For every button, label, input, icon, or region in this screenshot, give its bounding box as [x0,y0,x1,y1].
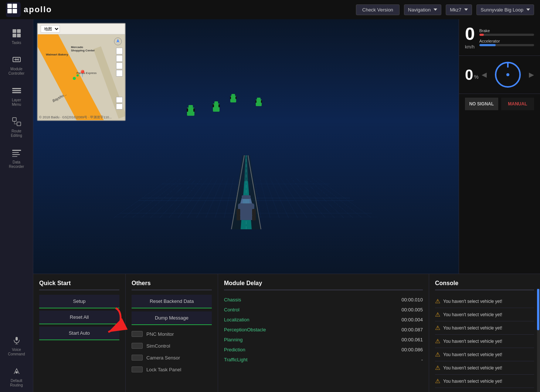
lock-task-panel-toggle[interactable]: Lock Task Panel [132,364,212,375]
sidebar-item-route-editing[interactable]: Route Editing [0,111,33,142]
sidebar-item-voice-command[interactable]: Voice Command [0,330,33,361]
chassis-label: Chassis [224,297,241,303]
sidebar-item-tasks[interactable]: Tasks [0,23,33,49]
svg-rect-50 [230,97,231,99]
steering-right-button[interactable]: ▶ [529,71,534,79]
quick-start-panel: Quick Start Setup Reset All Start Aut [33,274,126,392]
brake-gauge-row: Brake [479,28,534,36]
sidebar-bottom: Voice Command Default Routing [0,330,33,392]
delay-row-traffic-light: TrafficLight - [224,355,423,365]
console-msg-text-0: You haven't select vehicle yet! [443,299,502,304]
sidebar-item-default-routing[interactable]: Default Routing [0,361,33,392]
camera-sensor-toggle[interactable]: Camera Sensor [132,352,212,364]
sidebar-item-data-recorder[interactable]: Data Recorder [0,142,33,173]
planning-value: 00:00.061 [401,337,423,342]
control-value: 00:00.005 [401,307,423,312]
svg-rect-53 [189,105,193,108]
console-msg-2: ⚠ You haven't select vehicle yet! [435,321,534,335]
steering-left-button[interactable]: ◀ [482,71,487,79]
svg-rect-59 [261,100,262,103]
chassis-value: 00:00.010 [401,297,423,303]
svg-rect-46 [213,104,214,107]
traffic-light-value: - [421,357,423,362]
right-panel: 0 km/h Brake Accelerator [459,19,540,274]
console-panel: Console ⚠ You haven't select vehicle yet… [429,274,540,392]
console-msg-text-6: You haven't select vehicle yet! [443,379,502,384]
quick-start-title: Quick Start [39,280,119,290]
module-delay-panel: Module Delay Chassis 00:00.010 Control 0… [218,274,429,392]
console-msg-3: ⚠ You haven't select vehicle yet! [435,335,534,348]
start-auto-button[interactable]: Start Auto [39,327,119,340]
svg-rect-40 [237,209,240,216]
accelerator-gauge-row: Accelerator [479,39,534,46]
voice-command-label: Voice Command [8,348,25,356]
console-scroll-thumb[interactable] [537,289,539,330]
console-msg-text-5: You haven't select vehicle yet! [443,365,502,371]
delay-row-perception-obstacle: PerceptionObstacle 00:00.087 [224,325,423,335]
map-header: 地图 [38,24,125,34]
localization-value: 00:00.004 [401,317,423,322]
map-type-select[interactable]: 地图 [41,25,60,33]
sidebar-item-module-controller[interactable]: Module Controller [0,49,33,80]
navigation-dropdown-arrow [434,9,437,11]
reset-all-button[interactable]: Reset All [39,311,119,324]
obstacle-car-2 [230,93,237,104]
layer-menu-label: Layer Menu [12,98,21,107]
delay-row-localization: Localization 00:00.004 [224,315,423,325]
svg-rect-41 [252,209,256,216]
console-scrollbar[interactable] [537,289,540,392]
svg-rect-45 [214,101,218,104]
sim-control-toggle[interactable]: SimControl [132,340,212,352]
steering-wheel [495,62,521,88]
speed-panel: 0 km/h Brake Accelerator [459,19,540,56]
top-section: 地图 Walmart Bakery MercadoShopping Center [33,19,540,274]
console-msg-6: ⚠ You haven't select vehicle yet! [435,375,534,388]
setup-button[interactable]: Setup [39,295,119,308]
bottom-section: Quick Start Setup Reset All Start Aut [33,274,540,392]
traffic-light-label: TrafficLight [224,357,248,362]
voice-command-icon [11,334,23,346]
pnc-monitor-checkbox[interactable] [132,331,143,337]
default-routing-label: Default Routing [10,379,23,388]
control-label: Control [224,307,240,312]
console-warn-icon-4: ⚠ [435,351,440,358]
mkz7-dropdown-arrow [464,9,468,11]
content-area: 地图 Walmart Bakery MercadoShopping Center [33,19,540,392]
sidebar-item-layer-menu[interactable]: Layer Menu [0,80,33,111]
console-warn-icon-2: ⚠ [435,324,440,331]
svg-rect-2 [13,4,17,8]
reset-backend-button[interactable]: Reset Backend Data [132,295,212,308]
svg-rect-56 [256,99,262,106]
default-routing-icon [11,365,23,377]
sunnyvale-label: Sunnyvale Big Loop [480,7,523,13]
console-title: Console [435,280,534,290]
svg-marker-30 [116,39,119,43]
mkz7-dropdown[interactable]: Mkz7 [446,4,472,15]
lock-task-panel-checkbox[interactable] [132,366,143,372]
sim-control-checkbox[interactable] [132,343,143,349]
steering-value: 0 [465,67,473,82]
pnc-monitor-toggle[interactable]: PNC Monitor [132,328,212,340]
perception-obstacle-value: 00:00.087 [401,327,423,332]
console-warn-icon-6: ⚠ [435,378,440,385]
module-delay-title: Module Delay [224,280,423,290]
obstacle-car-4 [255,97,262,107]
localization-label: Localization [224,317,249,322]
others-title: Others [132,280,212,290]
svg-rect-51 [235,97,237,99]
svg-rect-54 [187,108,188,112]
camera-sensor-checkbox[interactable] [132,355,143,361]
map-body: Walmart Bakery MercadoShopping Center Pa… [38,34,125,121]
tasks-label: Tasks [12,41,21,45]
check-version-button[interactable]: Check Version [356,4,400,15]
navigation-dropdown[interactable]: Navigation [404,4,441,15]
svg-rect-37 [238,203,254,220]
svg-point-28 [16,371,18,374]
sunnyvale-dropdown[interactable]: Sunnyvale Big Loop [476,4,534,15]
svg-rect-57 [257,98,261,100]
no-signal-button[interactable]: NO SIGNAL [465,98,498,110]
manual-button[interactable]: MANUAL [501,98,534,110]
svg-rect-17 [12,90,21,91]
dump-message-button[interactable]: Dump Message [132,311,212,325]
perception-obstacle-label: PerceptionObstacle [224,327,266,332]
